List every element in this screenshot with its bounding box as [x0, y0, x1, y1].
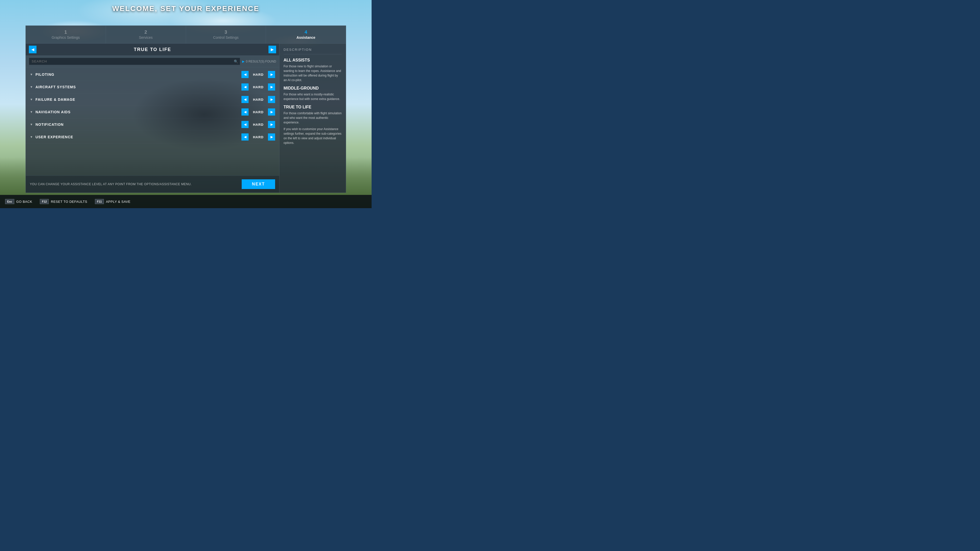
category-name: NAVIGATION AIDS — [35, 110, 71, 114]
steps-bar: 1 Graphics Settings 2 Services 3 Control… — [26, 26, 346, 44]
category-value: HARD — [251, 135, 266, 139]
category-row[interactable]: ▼ NOTIFICATION ◀ HARD ▶ — [26, 118, 279, 131]
category-chevron-icon: ▼ — [30, 98, 33, 101]
category-right: ◀ HARD ▶ — [242, 96, 275, 103]
category-next-button[interactable]: ▶ — [268, 108, 275, 116]
category-chevron-icon: ▼ — [30, 123, 33, 126]
category-next-button[interactable]: ▶ — [268, 121, 275, 128]
results-arrow-icon: ▶ — [242, 60, 245, 63]
bottom-bar: Esc GO BACK F12 RESET TO DEFAULTS F11 AP… — [0, 195, 372, 208]
category-chevron-icon: ▼ — [30, 85, 33, 89]
search-bar: 🔍 ▶ 0 RESULT(S) FOUND — [26, 56, 279, 67]
desc-section-heading: ALL ASSISTS — [283, 58, 342, 62]
desc-section-text: For those comfortable with flight simula… — [283, 111, 342, 125]
step-2-number: 2 — [145, 30, 147, 35]
category-right: ◀ HARD ▶ — [242, 83, 275, 91]
content-area: ◀ TRUE TO LIFE ▶ 🔍 ▶ 0 RESULT(S) FOUND ▼ — [26, 44, 346, 192]
category-right: ◀ HARD ▶ — [242, 121, 275, 128]
hotkey-badge: F11 — [95, 199, 104, 204]
left-panel: ◀ TRUE TO LIFE ▶ 🔍 ▶ 0 RESULT(S) FOUND ▼ — [26, 44, 280, 192]
category-chevron-icon: ▼ — [30, 110, 33, 114]
step-3[interactable]: 3 Control Settings — [186, 26, 266, 43]
category-right: ◀ HARD ▶ — [242, 133, 275, 141]
category-next-button[interactable]: ▶ — [268, 83, 275, 91]
results-text: 0 RESULT(S) FOUND — [246, 60, 276, 63]
category-row[interactable]: ▼ FAILURE & DAMAGE ◀ HARD ▶ — [26, 94, 279, 106]
hotkey-label: RESET TO DEFAULTS — [51, 200, 87, 203]
search-icon: 🔍 — [234, 59, 238, 64]
category-prev-button[interactable]: ◀ — [242, 108, 248, 116]
search-container: 🔍 — [29, 58, 240, 65]
category-next-button[interactable]: ▶ — [268, 71, 275, 78]
hotkey-label: APPLY & SAVE — [106, 200, 130, 203]
category-left: ▼ NAVIGATION AIDS — [30, 110, 71, 114]
category-name: USER EXPERIENCE — [35, 135, 73, 139]
category-row[interactable]: ▼ AIRCRAFT SYSTEMS ◀ HARD ▶ — [26, 81, 279, 94]
category-value: HARD — [251, 85, 266, 89]
category-name: NOTIFICATION — [35, 122, 64, 127]
description-sections: ALL ASSISTSFor those new to flight simul… — [283, 58, 342, 145]
search-input[interactable] — [29, 58, 240, 65]
category-right: ◀ HARD ▶ — [242, 71, 275, 78]
category-prev-button[interactable]: ◀ — [242, 96, 248, 103]
desc-section-heading: MIDDLE-GROUND — [283, 86, 342, 91]
step-3-label: Control Settings — [213, 35, 239, 40]
hotkey-item[interactable]: Esc GO BACK — [5, 199, 32, 204]
hotkey-item[interactable]: F12 RESET TO DEFAULTS — [40, 199, 87, 204]
category-left: ▼ AIRCRAFT SYSTEMS — [30, 85, 76, 89]
category-value: HARD — [251, 73, 266, 76]
dialog-footer: YOU CAN CHANGE YOUR ASSISTANCE LEVEL AT … — [26, 176, 279, 192]
desc-section-text: For those who want a mostly-realistic ex… — [283, 92, 342, 101]
mode-prev-button[interactable]: ◀ — [29, 46, 37, 53]
page-title: WELCOME, SET YOUR EXPERIENCE — [0, 5, 372, 13]
category-name: AIRCRAFT SYSTEMS — [35, 85, 76, 89]
step-3-number: 3 — [224, 30, 227, 35]
category-left: ▼ FAILURE & DAMAGE — [30, 97, 75, 102]
next-button[interactable]: NEXT — [242, 179, 275, 189]
step-2[interactable]: 2 Services — [106, 26, 186, 43]
category-row[interactable]: ▼ PILOTING ◀ HARD ▶ — [26, 68, 279, 81]
category-value: HARD — [251, 123, 266, 127]
category-prev-button[interactable]: ◀ — [242, 121, 248, 128]
hotkey-item[interactable]: F11 APPLY & SAVE — [95, 199, 130, 204]
category-chevron-icon: ▼ — [30, 135, 33, 139]
desc-section-text: If you wish to customize your Assistance… — [283, 127, 342, 145]
mode-next-button[interactable]: ▶ — [269, 46, 276, 53]
category-next-button[interactable]: ▶ — [268, 96, 275, 103]
step-4[interactable]: 4 Assistance — [266, 26, 346, 43]
search-results: ▶ 0 RESULT(S) FOUND — [242, 60, 276, 63]
step-2-label: Services — [139, 35, 153, 40]
mode-bar: ◀ TRUE TO LIFE ▶ — [26, 44, 279, 56]
category-value: HARD — [251, 98, 266, 102]
mode-title: TRUE TO LIFE — [134, 47, 171, 52]
main-dialog: 1 Graphics Settings 2 Services 3 Control… — [25, 25, 346, 193]
hotkey-badge: Esc — [5, 199, 14, 204]
category-chevron-icon: ▼ — [30, 73, 33, 76]
category-row[interactable]: ▼ NAVIGATION AIDS ◀ HARD ▶ — [26, 106, 279, 118]
step-1-label: Graphics Settings — [52, 35, 80, 40]
hotkey-label: GO BACK — [16, 200, 32, 203]
category-value: HARD — [251, 110, 266, 114]
description-title: DESCRIPTION — [283, 48, 342, 54]
step-1[interactable]: 1 Graphics Settings — [26, 26, 106, 43]
category-name: PILOTING — [35, 73, 54, 76]
right-panel: DESCRIPTION ALL ASSISTSFor those new to … — [280, 44, 346, 192]
category-right: ◀ HARD ▶ — [242, 108, 275, 116]
desc-section-text: For those new to flight simulation or wa… — [283, 64, 342, 83]
categories-list: ▼ PILOTING ◀ HARD ▶ ▼ AIRCRAFT SYSTEMS ◀… — [26, 67, 279, 176]
category-left: ▼ PILOTING — [30, 73, 54, 76]
desc-section-heading: TRUE TO LIFE — [283, 105, 342, 110]
footer-note: YOU CAN CHANGE YOUR ASSISTANCE LEVEL AT … — [30, 183, 192, 186]
category-row[interactable]: ▼ USER EXPERIENCE ◀ HARD ▶ — [26, 131, 279, 143]
hotkey-badge: F12 — [40, 199, 49, 204]
category-name: FAILURE & DAMAGE — [35, 97, 75, 102]
step-1-number: 1 — [64, 30, 67, 35]
category-next-button[interactable]: ▶ — [268, 133, 275, 141]
step-4-label: Assistance — [297, 35, 315, 40]
category-left: ▼ NOTIFICATION — [30, 122, 64, 127]
step-4-number: 4 — [305, 30, 307, 35]
category-left: ▼ USER EXPERIENCE — [30, 135, 73, 139]
category-prev-button[interactable]: ◀ — [242, 71, 248, 78]
category-prev-button[interactable]: ◀ — [242, 83, 248, 91]
category-prev-button[interactable]: ◀ — [242, 133, 248, 141]
